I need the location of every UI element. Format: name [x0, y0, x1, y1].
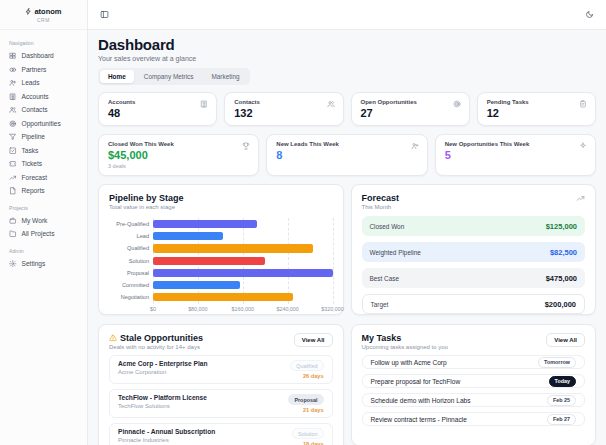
forecast-row-value: $200,000	[545, 300, 576, 309]
theme-toggle-button[interactable]	[585, 10, 594, 19]
topbar	[88, 0, 606, 30]
chart-category-label: Proposal	[109, 267, 153, 279]
opportunity-name: Acme Corp - Enterprise Plan	[118, 360, 207, 367]
task-row[interactable]: Prepare proposal for TechFlow Today	[362, 374, 586, 388]
sidebar-item[interactable]: Tickets	[9, 157, 78, 171]
chart-bar	[153, 293, 293, 301]
sidebar-item-label: Contacts	[22, 106, 48, 113]
sidebar-item-label: Leads	[22, 79, 40, 86]
stat-value: 27	[361, 107, 460, 119]
chart-category-label: Committed	[109, 279, 153, 291]
weekly-card[interactable]: New Opportunities This Week 5	[435, 134, 596, 176]
opportunity-company: Pinnacle Industries	[118, 437, 215, 443]
weekly-icon	[242, 142, 250, 150]
tasks-view-all-button[interactable]: View All	[546, 333, 585, 347]
chart-category-labels: Pre-QualifiedLeadQualifiedSolutionPropos…	[109, 218, 153, 304]
weekly-label: New Leads This Week	[276, 141, 417, 147]
forecast-row-value: $82,500	[550, 248, 577, 257]
tab[interactable]: Home	[100, 70, 134, 83]
dashboard-tabs: Home Company Metrics Marketing	[98, 68, 250, 85]
app-window: atonom CRM Navigation Dashboard	[0, 0, 606, 445]
opportunity-company: TechFlow Solutions	[118, 403, 207, 409]
stale-view-all-button[interactable]: View All	[294, 333, 333, 347]
weekly-value: 8	[276, 149, 417, 161]
sidebar-item[interactable]: Opportunities	[9, 117, 78, 131]
forecast-row: Best Case $475,000	[362, 268, 586, 288]
forecast-row-value: $125,000	[546, 222, 577, 231]
sidebar-item[interactable]: Reports	[9, 184, 78, 198]
sidebar-item[interactable]: Forecast	[9, 171, 78, 185]
stat-card[interactable]: Accounts 48	[98, 92, 217, 126]
pipeline-subtitle: Total value in each stage	[109, 204, 333, 210]
chart-bar	[153, 269, 333, 277]
forecast-row-label: Weighted Pipeline	[370, 249, 421, 256]
brand-logo[interactable]: atonom CRM	[0, 0, 87, 30]
nav-section-navigation: Dashboard Partners Leads	[9, 49, 78, 198]
chart-category-label: Pre-Qualified	[109, 218, 153, 230]
sidebar-item[interactable]: Pipeline	[9, 130, 78, 144]
stat-label: Pending Tasks	[487, 99, 586, 105]
sidebar-item[interactable]: Accounts	[9, 90, 78, 104]
sidebar-item[interactable]: My Work	[9, 214, 78, 228]
sidebar-item[interactable]: Leads	[9, 76, 78, 90]
sidebar-item[interactable]: Contacts	[9, 103, 78, 117]
sidebar-item[interactable]: Partners	[9, 63, 78, 77]
tab[interactable]: Marketing	[203, 70, 247, 83]
sidebar-item-icon	[9, 106, 17, 114]
forecast-row-value: $475,000	[546, 274, 577, 283]
stat-card[interactable]: Open Opportunities 27	[351, 92, 470, 126]
stale-opportunities-panel: Stale Opportunities Deals with no activi…	[98, 324, 344, 445]
sidebar-item-icon	[9, 66, 17, 74]
chart-category-label: Lead	[109, 230, 153, 242]
stale-list: Acme Corp - Enterprise Plan Acme Corpora…	[109, 355, 333, 445]
chart-tick-label: $320,000	[321, 306, 343, 312]
sidebar-item-label: Opportunities	[22, 120, 61, 127]
forecast-row: Weighted Pipeline $82,500	[362, 242, 586, 262]
weekly-card[interactable]: New Leads This Week 8	[266, 134, 427, 176]
nav-section-label: Projects	[9, 205, 78, 211]
stale-opportunity-row[interactable]: Acme Corp - Enterprise Plan Acme Corpora…	[109, 355, 333, 384]
weekly-label: Closed Won This Week	[108, 141, 249, 147]
middle-panels: Pipeline by Stage Total value in each st…	[98, 184, 596, 315]
task-row[interactable]: Schedule demo with Horizon Labs Feb 25	[362, 393, 586, 407]
sidebar-item[interactable]: Tasks	[9, 144, 78, 158]
task-row[interactable]: Follow up with Acme Corp Tomorrow	[362, 355, 586, 369]
stat-icon	[579, 100, 587, 108]
sidebar-item-icon	[9, 260, 17, 268]
sidebar-item[interactable]: Dashboard	[9, 49, 78, 63]
forecast-row-label: Best Case	[370, 275, 399, 282]
stale-opportunity-row[interactable]: Pinnacle - Annual Subscription Pinnacle …	[109, 423, 333, 445]
chart-category-label: Qualified	[109, 242, 153, 254]
stage-badge: Proposal	[288, 394, 323, 405]
weekly-value: $45,000	[108, 149, 249, 161]
forecast-rows: Closed Won $125,000 Weighted Pipeline $8…	[362, 216, 586, 314]
weekly-icon	[411, 142, 419, 150]
weekly-cards: Closed Won This Week $45,000 3 deals New…	[98, 134, 596, 176]
stale-days: 21 days	[303, 407, 324, 413]
stat-card[interactable]: Contacts 132	[224, 92, 343, 126]
opportunity-name: Pinnacle - Annual Subscription	[118, 428, 215, 435]
pipeline-chart: Pre-QualifiedLeadQualifiedSolutionPropos…	[109, 218, 333, 304]
stale-days: 26 days	[303, 373, 324, 379]
sidebar-item-icon	[9, 52, 17, 60]
due-badge: Feb 25	[547, 395, 576, 406]
sidebar-item[interactable]: Settings	[9, 257, 78, 271]
stale-opportunity-row[interactable]: TechFlow - Platform License TechFlow Sol…	[109, 389, 333, 418]
sidebar-toggle-button[interactable]	[100, 10, 109, 19]
sidebar-item-label: Tickets	[22, 160, 43, 167]
chart-tick-label: $240,000	[276, 306, 298, 312]
forecast-panel: Forecast This Month Closed Won $125,000	[351, 184, 597, 315]
stat-card[interactable]: Pending Tasks 12	[477, 92, 596, 126]
chart-plot-area	[153, 218, 333, 304]
chart-bar	[153, 232, 223, 240]
stale-title: Stale Opportunities	[120, 333, 203, 343]
weekly-card[interactable]: Closed Won This Week $45,000 3 deals	[98, 134, 259, 176]
chart-x-axis: $0$80,000$160,000$240,000$320,000	[153, 306, 333, 314]
sidebar-item-label: Partners	[22, 66, 47, 73]
tab[interactable]: Company Metrics	[136, 70, 202, 83]
stage-badge: Solution	[292, 428, 323, 439]
task-row[interactable]: Review contract terms - Pinnacle Feb 27	[362, 412, 586, 426]
sidebar-item-icon	[9, 217, 17, 225]
sidebar-item-label: Forecast	[22, 174, 48, 181]
sidebar-item[interactable]: All Projects	[9, 227, 78, 241]
